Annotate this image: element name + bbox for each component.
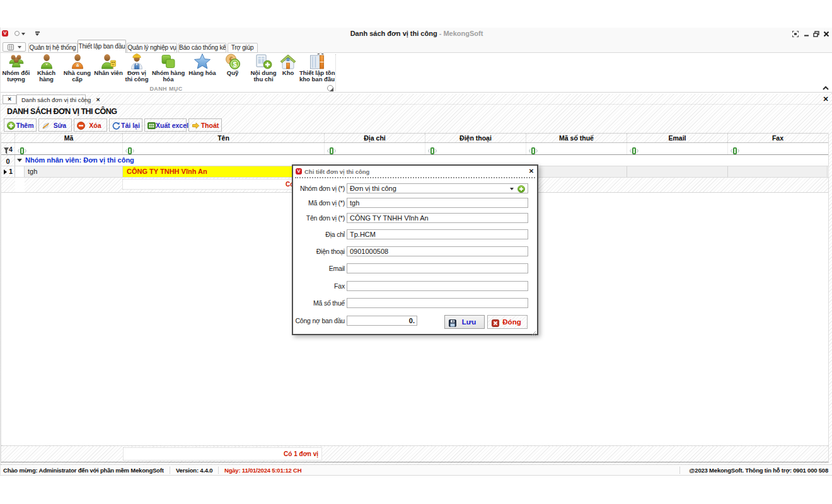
close-icon[interactable] bbox=[823, 31, 829, 37]
toolbar-button-thêm[interactable]: Thêm bbox=[4, 118, 37, 132]
close-button[interactable]: Đóng bbox=[487, 315, 528, 329]
toolbar-button-thoát[interactable]: Thoát bbox=[188, 118, 222, 132]
toolbar-button-sửa[interactable]: Sửa bbox=[38, 118, 72, 132]
field-label: Mã số thuế bbox=[286, 299, 345, 307]
statusbar-separator bbox=[218, 467, 219, 474]
field-label: Tên đơn vị (*) bbox=[286, 214, 345, 222]
detail-dialog: V Chi tiết đơn vị thi công ✕ Nhóm đơn vị… bbox=[292, 164, 538, 335]
filter-row-indicator: 4 bbox=[1, 143, 15, 154]
input-2[interactable]: CÔNG TY TNHH Vĩnh An bbox=[347, 213, 528, 223]
input-5[interactable] bbox=[347, 263, 528, 273]
input-3[interactable]: Tp.HCM bbox=[347, 229, 528, 239]
fit-screen-icon[interactable] bbox=[792, 31, 799, 37]
ribbon-tab-4[interactable]: Báo cáo thống kê bbox=[178, 43, 226, 53]
ribbon-group-separator bbox=[335, 54, 336, 91]
input-7[interactable] bbox=[347, 298, 528, 308]
worker-icon bbox=[122, 54, 151, 70]
filter-cell-5[interactable] bbox=[526, 143, 627, 154]
ribbon-item-4[interactable]: Nhân viên bbox=[93, 54, 124, 84]
ribbon-tab-1[interactable]: Quản trị hệ thống bbox=[28, 43, 78, 53]
filter-cell-3[interactable] bbox=[324, 143, 425, 154]
cell-ma[interactable]: tgh bbox=[24, 166, 123, 177]
screen: V Danh sách đơn vị thi công - MekongSoft bbox=[0, 0, 832, 504]
column-header-5[interactable]: Mã số thuế bbox=[526, 134, 627, 142]
combo-add-icon[interactable] bbox=[517, 185, 525, 193]
dialog-resize-grip[interactable] bbox=[531, 328, 536, 333]
column-header-4[interactable]: Điện thoại bbox=[425, 134, 526, 142]
column-header-1[interactable]: Mã bbox=[14, 134, 122, 142]
cell-email[interactable] bbox=[627, 166, 727, 177]
ribbon-item-label: Nhân viên bbox=[93, 70, 124, 76]
group-collapse-icon[interactable] bbox=[17, 159, 22, 162]
input-1[interactable]: tgh bbox=[347, 198, 528, 208]
combo-dropdown-icon[interactable] bbox=[510, 188, 514, 190]
input-4[interactable]: 0901000508 bbox=[347, 246, 528, 256]
column-header-6[interactable]: Email bbox=[627, 134, 727, 142]
ribbon-item-9[interactable]: Nội dungthu chi bbox=[248, 54, 279, 84]
restore-icon[interactable] bbox=[813, 31, 819, 37]
input-cong-no-ban-dau[interactable]: 0. bbox=[347, 316, 417, 326]
minimize-icon[interactable] bbox=[804, 31, 810, 37]
toolbar-button-label: Thoát bbox=[200, 122, 221, 129]
person-green-icon bbox=[32, 54, 61, 70]
toolbar-button-label: Xóa bbox=[85, 122, 107, 129]
toolbar-button-label: Thêm bbox=[15, 122, 36, 129]
ribbon-body: Nhóm đốitượngKháchhàngNhà cungcấpNhân vi… bbox=[1, 53, 832, 93]
ribbon-tab-2[interactable]: Thiết lập ban đầu bbox=[78, 40, 126, 53]
columns-icon bbox=[299, 54, 335, 70]
ribbon-item-3[interactable]: Nhà cungcấp bbox=[62, 54, 93, 84]
ribbon-item-6[interactable]: Nhóm hànghóa bbox=[152, 54, 185, 84]
cell-fax[interactable] bbox=[727, 166, 828, 177]
tabstrip-bottom-border bbox=[1, 104, 832, 105]
input-6[interactable] bbox=[347, 281, 528, 291]
filter-cell-2[interactable] bbox=[122, 143, 324, 154]
document-tab[interactable]: Danh sách đơn vị thi công ✕ bbox=[16, 94, 86, 105]
tabbar-close-icon[interactable]: ✕ bbox=[821, 95, 830, 103]
column-header-3[interactable]: Địa chỉ bbox=[324, 134, 425, 142]
statusbar: Chào mừng: Administrator đến với phần mề… bbox=[1, 464, 832, 475]
grid-filter-row: 4 bbox=[1, 143, 828, 155]
toolbar-button-tải-lại[interactable]: Tải lại bbox=[109, 118, 142, 132]
ribbon-tab-strip: Quản trị hệ thốngThiết lập ban đầuQuản l… bbox=[1, 40, 832, 53]
app-menu-button[interactable] bbox=[3, 42, 26, 52]
ribbon-collapse-icon[interactable] bbox=[821, 85, 831, 93]
ribbon-item-7[interactable]: Hàng hóa bbox=[187, 54, 218, 84]
ribbon-item-8[interactable]: €$Quỹ bbox=[219, 54, 246, 84]
toolbar-button-xuất-excel[interactable]: Xuất excel bbox=[144, 118, 187, 132]
cell-masothue[interactable] bbox=[526, 166, 627, 177]
close-button-label: Đóng bbox=[499, 318, 527, 326]
ribbon-item-1[interactable]: Nhóm đốitượng bbox=[1, 54, 31, 84]
ribbon-item-5[interactable]: Đơn vịthi công bbox=[122, 54, 151, 84]
ribbon-tab-3[interactable]: Quản lý nghiệp vụ bbox=[127, 43, 177, 53]
dialog-titlebar[interactable]: V Chi tiết đơn vị thi công ✕ bbox=[293, 166, 537, 177]
ribbon-item-11[interactable]: Thiết lập tồnkho ban đầu bbox=[299, 54, 335, 84]
dialog-title: Chi tiết đơn vị thi công bbox=[304, 168, 369, 175]
dialog-close-icon[interactable]: ✕ bbox=[528, 168, 535, 175]
group-footer-indent bbox=[15, 178, 25, 192]
filter-cell-1[interactable] bbox=[14, 143, 122, 154]
ribbon-item-2[interactable]: Kháchhàng bbox=[32, 54, 61, 84]
group-dialog-launcher-icon[interactable] bbox=[327, 85, 333, 91]
toolbar-button-xóa[interactable]: Xóa bbox=[74, 118, 107, 132]
column-header-2[interactable]: Tên bbox=[122, 134, 324, 142]
dialog-logo-icon: V bbox=[296, 168, 302, 175]
excel-icon bbox=[147, 121, 156, 129]
filter-cell-6[interactable] bbox=[627, 143, 727, 154]
person-orange-icon bbox=[62, 54, 93, 70]
document-tab-close-icon[interactable]: ✕ bbox=[96, 96, 100, 104]
grid-total-summary-row: Có 1 đơn vị bbox=[1, 445, 828, 462]
save-button[interactable]: Lưu bbox=[444, 315, 485, 329]
ribbon-tab-5[interactable]: Trợ giúp bbox=[228, 43, 258, 53]
ribbon-item-label: Nhóm đốitượng bbox=[1, 70, 31, 83]
filter-cell-4[interactable] bbox=[425, 143, 526, 154]
ribbon-item-10[interactable]: Kho bbox=[276, 54, 300, 84]
combo-value: Đơn vị thi công bbox=[350, 185, 396, 192]
group-row-label: Nhóm nhân viên: Đơn vị thi công bbox=[25, 155, 134, 166]
combo-nhom-don-vi[interactable]: Đơn vị thi công bbox=[347, 183, 528, 193]
edit-icon bbox=[42, 121, 50, 129]
close-all-tabs-button[interactable]: ✕ bbox=[3, 95, 16, 104]
column-header-7[interactable]: Fax bbox=[727, 134, 828, 142]
statusbar-support: @2023 MekongSoft. Thông tin hỗ trợ: 0901… bbox=[689, 467, 828, 474]
ribbon-item-label: Kháchhàng bbox=[32, 70, 61, 83]
filter-cell-7[interactable] bbox=[727, 143, 828, 154]
